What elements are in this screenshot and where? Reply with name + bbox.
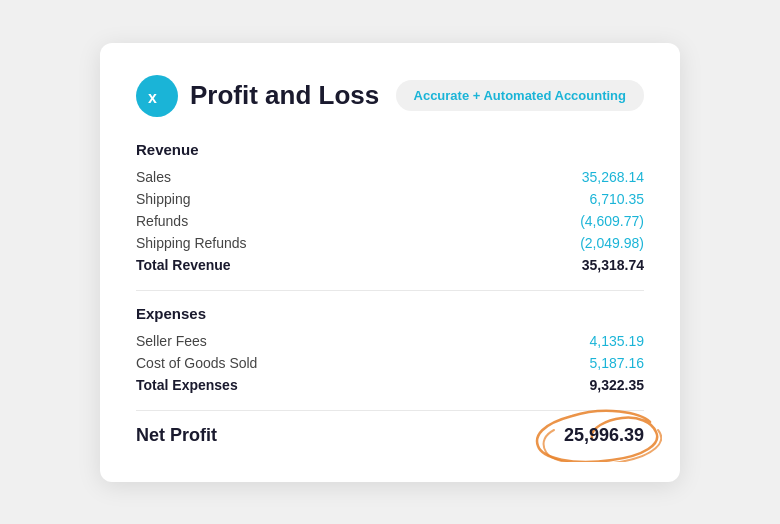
expenses-cogs-label: Cost of Goods Sold	[136, 355, 257, 371]
expenses-total-value: 9,322.35	[590, 377, 645, 393]
revenue-refunds-value: (4,609.77)	[580, 213, 644, 229]
logo-title-group: x Profit and Loss	[136, 75, 379, 117]
xero-logo: x	[136, 75, 178, 117]
revenue-section: Revenue Sales 35,268.14 Shipping 6,710.3…	[136, 141, 644, 276]
expenses-cogs-value: 5,187.16	[590, 355, 645, 371]
net-profit-row: Net Profit 25,996.39	[136, 425, 644, 446]
net-profit-value: 25,996.39	[564, 425, 644, 446]
expenses-cogs-row: Cost of Goods Sold 5,187.16	[136, 352, 644, 374]
expenses-total-row: Total Expenses 9,322.35	[136, 374, 644, 396]
net-profit-label: Net Profit	[136, 425, 217, 446]
expenses-total-label: Total Expenses	[136, 377, 238, 393]
profit-loss-card: x Profit and Loss Accurate + Automated A…	[100, 43, 680, 482]
revenue-refunds-label: Refunds	[136, 213, 188, 229]
revenue-shipping-refunds-label: Shipping Refunds	[136, 235, 247, 251]
net-profit-divider	[136, 410, 644, 411]
revenue-shipping-row: Shipping 6,710.35	[136, 188, 644, 210]
revenue-sales-label: Sales	[136, 169, 171, 185]
badge: Accurate + Automated Accounting	[396, 80, 644, 111]
revenue-refunds-row: Refunds (4,609.77)	[136, 210, 644, 232]
section-divider	[136, 290, 644, 291]
expenses-seller-fees-row: Seller Fees 4,135.19	[136, 330, 644, 352]
svg-text:x: x	[148, 89, 157, 106]
page-title: Profit and Loss	[190, 80, 379, 111]
revenue-shipping-label: Shipping	[136, 191, 191, 207]
expenses-seller-fees-label: Seller Fees	[136, 333, 207, 349]
revenue-shipping-refunds-value: (2,049.98)	[580, 235, 644, 251]
expenses-section: Expenses Seller Fees 4,135.19 Cost of Go…	[136, 305, 644, 396]
revenue-total-row: Total Revenue 35,318.74	[136, 254, 644, 276]
revenue-sales-value: 35,268.14	[582, 169, 644, 185]
expenses-section-title: Expenses	[136, 305, 644, 322]
revenue-sales-row: Sales 35,268.14	[136, 166, 644, 188]
revenue-shipping-value: 6,710.35	[590, 191, 645, 207]
expenses-seller-fees-value: 4,135.19	[590, 333, 645, 349]
revenue-total-label: Total Revenue	[136, 257, 231, 273]
card-header: x Profit and Loss Accurate + Automated A…	[136, 75, 644, 117]
revenue-shipping-refunds-row: Shipping Refunds (2,049.98)	[136, 232, 644, 254]
revenue-total-value: 35,318.74	[582, 257, 644, 273]
revenue-section-title: Revenue	[136, 141, 644, 158]
